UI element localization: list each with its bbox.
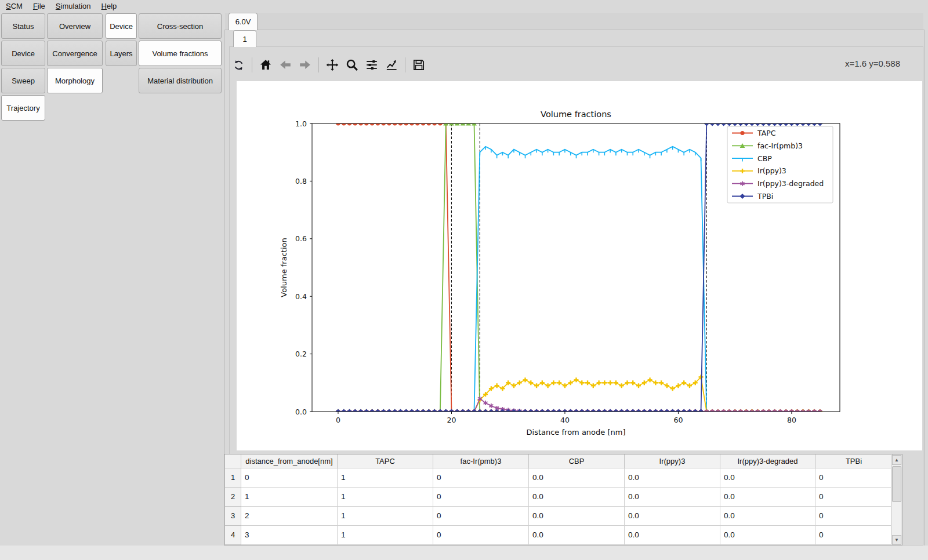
sidebar-item-status[interactable]: Status bbox=[1, 13, 45, 39]
table-cell[interactable]: 0.0 bbox=[720, 487, 815, 506]
toolbar-separator bbox=[252, 57, 252, 72]
scrollbar-thumb[interactable] bbox=[892, 466, 901, 502]
table-cell[interactable]: 0 bbox=[241, 468, 338, 487]
sidebar-item-device[interactable]: Device bbox=[106, 13, 137, 39]
table-cell[interactable]: 0 bbox=[815, 487, 893, 506]
save-icon[interactable] bbox=[412, 59, 425, 71]
table-cell[interactable]: 1 bbox=[338, 525, 433, 544]
table-cell[interactable]: 0.0 bbox=[625, 487, 720, 506]
menu-bar: SCMFileSimulationHelp bbox=[0, 0, 928, 12]
table-row: 21100.00.00.00 bbox=[225, 487, 893, 506]
menu-item-file[interactable]: File bbox=[33, 2, 45, 10]
x-tick-label: 80 bbox=[787, 416, 796, 424]
zoom-icon[interactable] bbox=[346, 59, 358, 71]
volume-fractions-table: distance_from_anode[nm]TAPCfac-Ir(pmb)3C… bbox=[224, 454, 893, 545]
y-tick-label: 0.8 bbox=[295, 177, 307, 186]
sidebar-item-sweep[interactable]: Sweep bbox=[1, 68, 45, 93]
table-cell[interactable]: 0 bbox=[433, 468, 529, 487]
column-header-ir-ppy-3[interactable]: Ir(ppy)3 bbox=[625, 454, 720, 468]
y-tick-label: 0.2 bbox=[295, 350, 307, 358]
column-header-fac-ir-pmb-3[interactable]: fac-Ir(pmb)3 bbox=[433, 454, 529, 468]
back-icon[interactable] bbox=[279, 59, 292, 71]
plot-options-icon[interactable] bbox=[385, 59, 398, 71]
table-scrollbar[interactable]: ▲ ▼ bbox=[891, 455, 901, 545]
plot-toolbar bbox=[232, 55, 425, 75]
table-cell[interactable]: 0.0 bbox=[720, 506, 815, 525]
table-cell[interactable]: 0.0 bbox=[529, 468, 625, 487]
table-row: 32100.00.00.00 bbox=[225, 506, 893, 525]
table-row: 10100.00.00.00 bbox=[225, 468, 893, 487]
table-cell[interactable]: 0.0 bbox=[529, 506, 625, 525]
table-cell[interactable]: 0.0 bbox=[625, 506, 720, 525]
column-header-ir-ppy-3-degraded[interactable]: Ir(ppy)3-degraded bbox=[720, 454, 815, 468]
tab-6-0v[interactable]: 6.0V bbox=[229, 13, 258, 30]
chart-title: Volume fractions bbox=[541, 110, 611, 119]
row-number[interactable]: 3 bbox=[225, 506, 241, 525]
chart-legend: TAPCfac-Ir(pmb)3CBPIr(ppy)3Ir(ppy)3-degr… bbox=[727, 126, 833, 203]
y-axis-label: Volume fraction bbox=[280, 238, 288, 297]
table-cell[interactable]: 0.0 bbox=[625, 525, 720, 544]
table-cell[interactable]: 1 bbox=[338, 487, 433, 506]
sidebar-item-convergence[interactable]: Convergence bbox=[47, 41, 103, 66]
row-number[interactable]: 2 bbox=[225, 487, 241, 506]
corner-header bbox=[225, 454, 241, 468]
svg-text:TAPC: TAPC bbox=[757, 129, 776, 137]
nav-column-2: OverviewConvergenceMorphology bbox=[47, 13, 103, 93]
menu-item-help[interactable]: Help bbox=[102, 2, 117, 10]
menu-item-scm[interactable]: SCM bbox=[6, 2, 23, 10]
tab-page-1[interactable]: 1 bbox=[233, 30, 256, 47]
column-header-cbp[interactable]: CBP bbox=[529, 454, 625, 468]
svg-text:Ir(ppy)3: Ir(ppy)3 bbox=[757, 166, 786, 175]
x-axis-label: Distance from anode [nm] bbox=[527, 428, 626, 437]
sidebar-item-cross-section[interactable]: Cross-section bbox=[139, 13, 222, 39]
sidebar-item-trajectory[interactable]: Trajectory bbox=[1, 95, 45, 121]
scroll-down-button[interactable]: ▼ bbox=[892, 535, 901, 545]
column-header-tapc[interactable]: TAPC bbox=[338, 454, 433, 468]
y-tick-label: 0.0 bbox=[295, 408, 307, 416]
column-header-distance-from-anode-nm[interactable]: distance_from_anode[nm] bbox=[241, 454, 338, 468]
status-strip bbox=[0, 546, 928, 560]
y-tick-label: 1.0 bbox=[295, 119, 307, 128]
svg-text:Ir(ppy)3-degraded: Ir(ppy)3-degraded bbox=[757, 179, 824, 188]
table-cell[interactable]: 0.0 bbox=[529, 525, 625, 544]
scroll-up-button[interactable]: ▲ bbox=[892, 455, 901, 465]
sidebar-item-volume-fractions[interactable]: Volume fractions bbox=[139, 41, 222, 66]
y-tick-label: 0.6 bbox=[295, 234, 307, 243]
table-cell[interactable]: 0 bbox=[815, 468, 893, 487]
figure-canvas[interactable]: 0204060800.00.20.40.60.81.0Volume fracti… bbox=[237, 81, 922, 450]
table-cell[interactable]: 2 bbox=[241, 506, 338, 525]
row-number[interactable]: 4 bbox=[225, 525, 241, 544]
table-cell[interactable]: 0.0 bbox=[720, 525, 815, 544]
table-cell[interactable]: 0 bbox=[433, 506, 529, 525]
table-cell[interactable]: 0 bbox=[433, 487, 529, 506]
forward-icon[interactable] bbox=[299, 59, 311, 71]
table-row: 43100.00.00.00 bbox=[225, 525, 893, 544]
subplots-icon[interactable] bbox=[365, 59, 378, 71]
x-tick-label: 60 bbox=[673, 416, 683, 424]
table-cell[interactable]: 0.0 bbox=[529, 487, 625, 506]
volume-fractions-chart[interactable]: 0204060800.00.20.40.60.81.0Volume fracti… bbox=[237, 81, 922, 450]
table-cell[interactable]: 1 bbox=[338, 468, 433, 487]
nav-column-3: DeviceLayers bbox=[106, 13, 137, 66]
table-cell[interactable]: 0.0 bbox=[625, 468, 720, 487]
menu-item-simulation[interactable]: Simulation bbox=[56, 2, 91, 10]
table-cell[interactable]: 1 bbox=[338, 506, 433, 525]
table-cell[interactable]: 1 bbox=[241, 487, 338, 506]
row-number[interactable]: 1 bbox=[225, 468, 241, 487]
sidebar-item-overview[interactable]: Overview bbox=[47, 13, 103, 39]
column-header-tpbi[interactable]: TPBi bbox=[815, 454, 893, 468]
sidebar-item-morphology[interactable]: Morphology bbox=[47, 68, 103, 93]
refresh-icon[interactable] bbox=[232, 59, 245, 71]
sidebar-item-material-distribution[interactable]: Material distribution bbox=[139, 68, 222, 93]
table-cell[interactable]: 0 bbox=[815, 525, 893, 544]
table-cell[interactable]: 0 bbox=[433, 525, 529, 544]
table-cell[interactable]: 0 bbox=[815, 506, 893, 525]
table-cell[interactable]: 3 bbox=[241, 525, 338, 544]
svg-text:CBP: CBP bbox=[757, 154, 772, 163]
sidebar-item-device[interactable]: Device bbox=[1, 41, 45, 66]
home-icon[interactable] bbox=[259, 59, 272, 71]
table-cell[interactable]: 0.0 bbox=[720, 468, 815, 487]
sidebar-item-layers[interactable]: Layers bbox=[106, 41, 137, 66]
cursor-readout: x=1.6 y=0.588 bbox=[845, 59, 900, 68]
pan-icon[interactable] bbox=[326, 59, 339, 71]
